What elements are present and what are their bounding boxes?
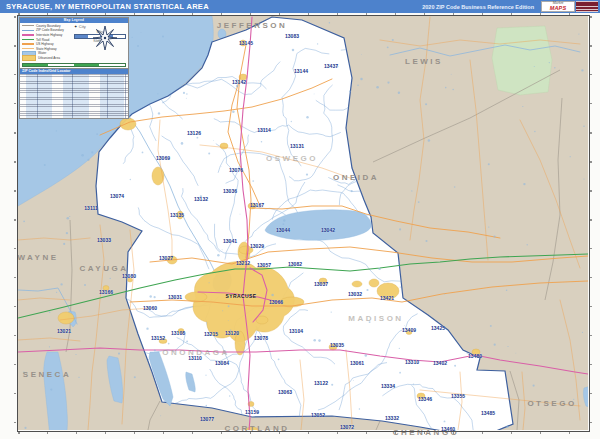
logo-word: MAPS bbox=[550, 6, 567, 12]
legend-city-label: City bbox=[79, 24, 86, 29]
edition-label: 2020 ZIP Code Business Reference Edition bbox=[422, 4, 534, 10]
legend-label: US Highway bbox=[36, 42, 54, 46]
zip-index-panel: ZIP Code Index/Grid Locator bbox=[19, 68, 129, 119]
legend-swatch bbox=[22, 34, 34, 36]
legend-label: ZIP Code Boundary bbox=[36, 28, 64, 32]
legend-swatch bbox=[22, 25, 34, 26]
logo-info-box bbox=[576, 1, 598, 12]
legend-label: Water bbox=[38, 51, 46, 55]
legend-row: Urbanized Area bbox=[22, 56, 74, 61]
legend-swatch bbox=[22, 39, 34, 41]
legend-label: Toll Road bbox=[36, 38, 49, 42]
legend-label: State Highway bbox=[36, 47, 57, 51]
page-title: SYRACUSE, NY METROPOLITAN STATISTICAL AR… bbox=[6, 2, 209, 11]
grid-ticks-top bbox=[18, 13, 588, 15]
compass-rose-icon bbox=[92, 24, 118, 52]
legend-swatch bbox=[22, 30, 34, 31]
legend-swatch bbox=[22, 43, 34, 45]
city-symbol-icon: ✦ bbox=[74, 24, 77, 29]
legend-swatch bbox=[22, 48, 34, 49]
legend-label: Interstate Highway bbox=[36, 33, 62, 37]
legend-swatch bbox=[22, 55, 36, 61]
marketmaps-logo: Market MAPS bbox=[541, 1, 598, 12]
title-bar: SYRACUSE, NY METROPOLITAN STATISTICAL AR… bbox=[0, 0, 600, 13]
grid-ticks-bottom bbox=[18, 432, 588, 434]
grid-ticks-right bbox=[590, 16, 592, 430]
zip-index-rows bbox=[20, 74, 128, 118]
kilometers-scale-bar bbox=[22, 63, 126, 68]
state-forest bbox=[492, 26, 552, 95]
map-page: SYRACUSE, NY METROPOLITAN STATISTICAL AR… bbox=[0, 0, 600, 439]
grid-ticks-left bbox=[14, 16, 16, 430]
legend-label: Urbanized Area bbox=[38, 56, 60, 60]
legend-items: County BoundaryZIP Code BoundaryIntersta… bbox=[22, 24, 74, 61]
legend-label: County Boundary bbox=[36, 24, 61, 28]
